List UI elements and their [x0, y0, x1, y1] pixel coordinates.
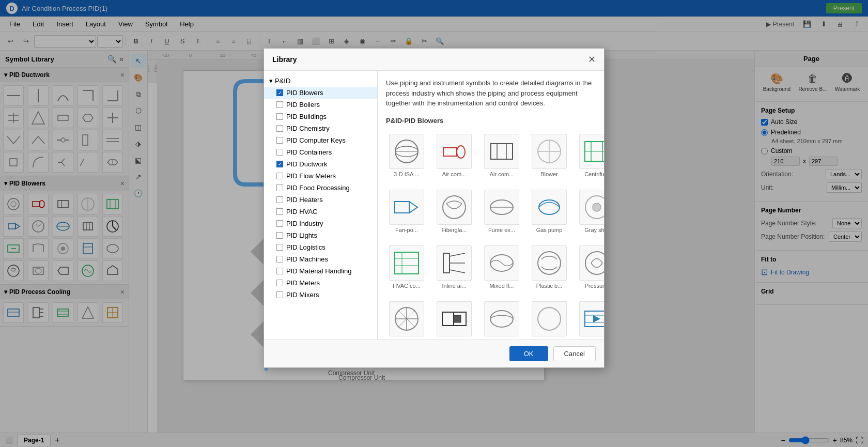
cancel-button[interactable]: Cancel	[553, 346, 596, 361]
svg-point-101	[585, 252, 604, 274]
symbol-air-com1-icon	[437, 134, 472, 169]
tree-item-logistics[interactable]: PID Logistics	[264, 241, 377, 253]
blowers-checkbox[interactable]: ✓	[276, 89, 283, 96]
tree-chemistry-label: PID Chemistry	[286, 125, 330, 132]
tree-industry-label: PID Industry	[286, 220, 323, 227]
symbol-pressur-label: Pressur...	[585, 283, 604, 289]
symbol-pressur-icon	[579, 245, 604, 281]
tree-item-industry[interactable]: PID Industry	[264, 218, 377, 229]
svg-rect-83	[395, 202, 409, 213]
symbol-grid: 3-D ISA ... Air com... Air com...	[386, 131, 596, 340]
logistics-checkbox[interactable]	[276, 244, 283, 251]
tree-hvac-label: PID HVAC	[286, 208, 317, 215]
tree-material-handling-label: PID Material Handling	[286, 267, 351, 275]
food-processing-checkbox[interactable]	[276, 184, 283, 191]
modal-close-btn[interactable]: ✕	[588, 54, 596, 65]
computer-keys-checkbox[interactable]	[276, 137, 283, 144]
tree-item-buildings[interactable]: PID Buildings	[264, 111, 377, 122]
containers-checkbox[interactable]	[276, 149, 283, 156]
tree-item-meters[interactable]: PID Meters	[264, 277, 377, 289]
svg-point-100	[538, 252, 561, 274]
svg-marker-115	[593, 315, 600, 322]
symbol-fan-po[interactable]: Fan-po...	[386, 187, 427, 236]
symbol-reciproc-icon	[437, 301, 472, 336]
ductwork-checkbox[interactable]: ✓	[276, 161, 283, 167]
tree-item-ductwork[interactable]: ✓ PID Ductwork	[264, 158, 377, 170]
symbol-mixed-fl[interactable]: Mixed fl...	[481, 242, 522, 292]
symbol-blower[interactable]: Blower	[529, 131, 570, 180]
flow-meters-checkbox[interactable]	[276, 173, 283, 179]
symbol-air-com2[interactable]: Air com...	[481, 131, 522, 180]
industry-checkbox[interactable]	[276, 220, 283, 227]
symbol-reciproc[interactable]: Reciproc...	[433, 298, 475, 340]
symbol-fume-ex-label: Fume ex...	[488, 227, 515, 233]
material-handling-checkbox[interactable]	[276, 268, 283, 274]
tree-item-lights[interactable]: PID Lights	[264, 229, 377, 241]
symbol-mixed-fl-label: Mixed fl...	[489, 283, 514, 289]
symbol-plastic-b[interactable]: Plastic b...	[529, 242, 570, 292]
tree-boilers-label: PID Boilers	[286, 101, 320, 109]
symbol-fibergla[interactable]: Fibergla...	[433, 187, 475, 236]
symbol-plastic-b-icon	[532, 245, 567, 281]
modal-title: Library	[272, 55, 297, 64]
tree-buildings-label: PID Buildings	[286, 113, 327, 120]
symbol-fume-ex[interactable]: Fume ex...	[481, 187, 522, 236]
boilers-checkbox[interactable]	[276, 101, 283, 108]
tree-item-machines[interactable]: PID Machines	[264, 253, 377, 265]
symbol-gray-sh[interactable]: Gray sh...	[576, 187, 604, 236]
lights-checkbox[interactable]	[276, 232, 283, 239]
tree-item-containers[interactable]: PID Containers	[264, 146, 377, 158]
ok-button[interactable]: OK	[509, 346, 548, 361]
symbol-hvac-co[interactable]: HVAC co...	[386, 242, 427, 292]
hvac-checkbox[interactable]	[276, 208, 283, 215]
buildings-checkbox[interactable]	[276, 113, 283, 120]
modal-header: Library ✕	[264, 49, 604, 71]
tree-item-flow-meters[interactable]: PID Flow Meters	[264, 170, 377, 182]
symbol-regener-icon	[484, 301, 519, 336]
tree-item-blowers[interactable]: ✓ PID Blowers	[264, 87, 377, 99]
tree-computer-keys-label: PID Computer Keys	[286, 136, 346, 144]
heaters-checkbox[interactable]	[276, 196, 283, 203]
modal-body: ▾ P&ID ✓ PID Blowers PID Boilers PID Bui…	[264, 71, 604, 340]
tree-blowers-label: PID Blowers	[286, 89, 323, 97]
symbol-3d-isa[interactable]: 3-D ISA ...	[386, 131, 427, 180]
mixers-checkbox[interactable]	[276, 291, 283, 298]
tree-root-pid[interactable]: ▾ P&ID	[264, 75, 377, 87]
symbol-regener[interactable]: Regener...	[481, 298, 522, 340]
symbol-fan-po-icon	[389, 190, 424, 225]
tree-item-mixers[interactable]: PID Mixers	[264, 289, 377, 301]
symbol-pressur[interactable]: Pressur...	[576, 242, 604, 292]
tree-item-chemistry[interactable]: PID Chemistry	[264, 122, 377, 134]
modal-section-title: P&ID-PID Blowers	[386, 117, 596, 125]
symbol-simple-label: Simple ...	[537, 338, 561, 340]
symbol-air-com2-label: Air com...	[490, 171, 514, 177]
symbol-radial-fu-label: radial fu...	[394, 338, 419, 340]
tree-item-boilers[interactable]: PID Boilers	[264, 99, 377, 111]
tree-flow-meters-label: PID Flow Meters	[286, 172, 336, 180]
symbol-3d-isa-label: 3-D ISA ...	[394, 171, 420, 177]
svg-marker-84	[409, 202, 417, 213]
tree-item-material-handling[interactable]: PID Material Handling	[264, 265, 377, 277]
symbol-inline-ai[interactable]: Inline ai...	[433, 242, 475, 292]
chemistry-checkbox[interactable]	[276, 125, 283, 132]
symbol-mixed-fl-icon	[484, 245, 519, 281]
svg-rect-95	[443, 253, 450, 273]
svg-point-111	[538, 307, 561, 330]
meters-checkbox[interactable]	[276, 280, 283, 286]
tree-item-heaters[interactable]: PID Heaters	[264, 194, 377, 206]
symbol-radial-fu[interactable]: radial fu...	[386, 298, 427, 340]
tree-ductwork-label: PID Ductwork	[286, 160, 327, 168]
tree-containers-label: PID Containers	[286, 148, 332, 156]
symbol-centrifu[interactable]: Centrifu...	[576, 131, 604, 180]
symbol-plastic-b-label: Plastic b...	[536, 283, 563, 289]
tree-item-computer-keys[interactable]: PID Computer Keys	[264, 134, 377, 146]
symbol-simple[interactable]: Simple ...	[529, 298, 570, 340]
tree-item-food-processing[interactable]: PID Food Processing	[264, 182, 377, 194]
symbol-fume-ex-icon	[484, 190, 519, 225]
tree-item-hvac[interactable]: PID HVAC	[264, 206, 377, 218]
machines-checkbox[interactable]	[276, 256, 283, 263]
svg-point-90	[593, 203, 601, 211]
symbol-gas-pump[interactable]: Gas pump	[529, 187, 570, 236]
symbol-air-com1[interactable]: Air com...	[433, 131, 475, 180]
symbol-turbo-bl[interactable]: Turbo bl...	[576, 298, 604, 340]
